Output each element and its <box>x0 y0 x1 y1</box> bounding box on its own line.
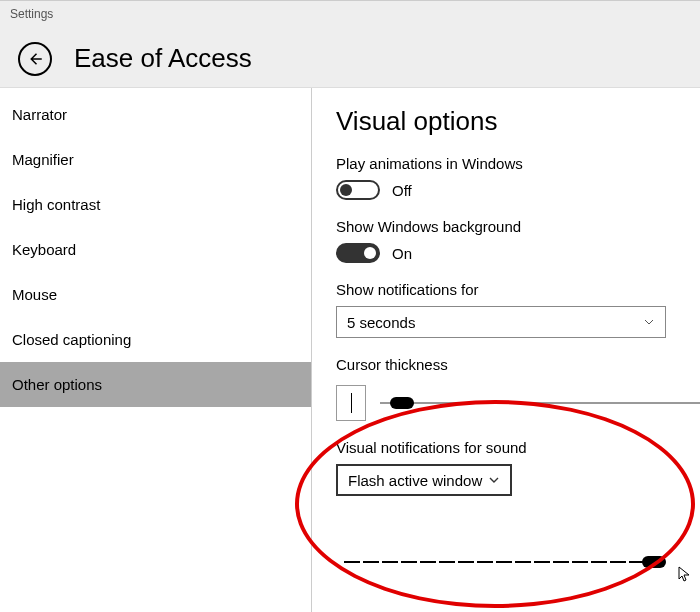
sidebar-item-closed-captioning[interactable]: Closed captioning <box>0 317 311 362</box>
sidebar-item-mouse[interactable]: Mouse <box>0 272 311 317</box>
section-title: Visual options <box>336 106 700 137</box>
notifications-value: 5 seconds <box>347 314 415 331</box>
setting-visual-notifications: Visual notifications for sound Flash act… <box>336 439 700 496</box>
setting-cursor-thickness: Cursor thickness <box>336 356 700 421</box>
visual-notifications-value: Flash active window <box>348 472 482 489</box>
background-label: Show Windows background <box>336 218 700 235</box>
sidebar-item-high-contrast[interactable]: High contrast <box>0 182 311 227</box>
setting-background: Show Windows background On <box>336 218 700 263</box>
chevron-down-icon <box>643 316 655 328</box>
animations-state: Off <box>392 182 412 199</box>
animations-label: Play animations in Windows <box>336 155 700 172</box>
slider-thumb[interactable] <box>642 556 666 568</box>
sidebar-item-narrator[interactable]: Narrator <box>0 92 311 137</box>
cursor-thickness-slider[interactable] <box>380 402 700 404</box>
notifications-label: Show notifications for <box>336 281 700 298</box>
setting-notifications: Show notifications for 5 seconds <box>336 281 700 338</box>
cursor-preview <box>336 385 366 421</box>
sidebar: Narrator Magnifier High contrast Keyboar… <box>0 88 312 612</box>
background-toggle[interactable] <box>336 243 380 263</box>
content-panel: Visual options Play animations in Window… <box>312 88 700 612</box>
window-title: Settings <box>10 7 53 21</box>
sidebar-item-keyboard[interactable]: Keyboard <box>0 227 311 272</box>
animations-toggle[interactable] <box>336 180 380 200</box>
arrow-left-icon <box>26 50 44 68</box>
header: Ease of Access <box>0 30 700 88</box>
visual-notifications-label: Visual notifications for sound <box>336 439 700 456</box>
visual-notifications-dropdown[interactable]: Flash active window <box>336 464 512 496</box>
sidebar-item-other-options[interactable]: Other options <box>0 362 311 407</box>
sidebar-item-magnifier[interactable]: Magnifier <box>0 137 311 182</box>
page-title: Ease of Access <box>74 43 252 74</box>
window-titlebar: Settings <box>0 0 700 30</box>
cursor-thickness-label: Cursor thickness <box>336 356 700 373</box>
slider-thumb[interactable] <box>390 397 414 409</box>
bottom-slider[interactable] <box>344 561 680 563</box>
setting-animations: Play animations in Windows Off <box>336 155 700 200</box>
notifications-dropdown[interactable]: 5 seconds <box>336 306 666 338</box>
back-button[interactable] <box>18 42 52 76</box>
background-state: On <box>392 245 412 262</box>
chevron-down-icon <box>488 474 500 486</box>
